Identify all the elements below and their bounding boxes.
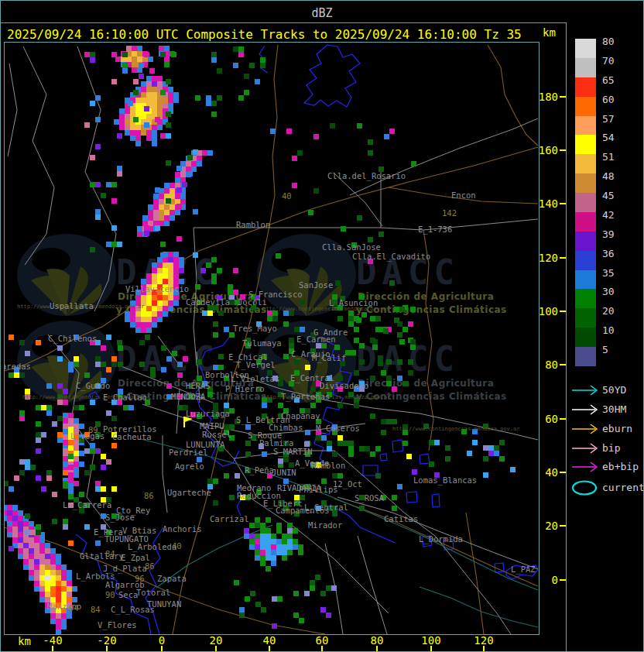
radar-echo-cell [63,462,68,467]
radar-echo-cell [130,108,135,114]
legend-symbol-50YD [571,384,599,396]
radar-echo-cell [9,372,14,378]
radar-echo-cell [402,441,408,446]
radar-echo-cell [106,335,111,340]
radar-echo-cell [211,273,217,279]
radar-echo-cell [321,435,327,441]
map-label: L_Vegas [70,431,104,441]
radar-echo-cell [119,108,125,114]
radar-echo-cell [7,516,12,521]
radar-echo-cell [130,130,135,136]
radar-echo-cell [445,456,450,462]
radar-echo-cell [168,257,173,263]
radar-echo-cell [63,434,68,440]
radar-echo-cell [122,63,128,68]
legend-scale-value: 54 [602,132,625,143]
radar-echo-cell [46,405,52,410]
radar-echo-cell [56,581,61,586]
radar-echo-cell [287,528,293,534]
radar-echo-cell [305,365,310,370]
radar-echo-cell [68,367,74,372]
radar-echo-cell [197,359,202,365]
radar-echo-cell [34,575,39,581]
radar-echo-cell [152,103,157,108]
x-tick-label: -40 [36,634,70,647]
map-line [8,63,17,156]
radar-echo-cell [61,586,67,592]
radar-echo-cell [293,528,298,534]
radar-echo-cell [90,443,95,448]
radar-echo-cell [146,76,152,81]
radar-echo-cell [176,236,182,242]
radar-echo-cell [157,103,163,108]
radar-echo-cell [354,338,359,343]
radar-echo-cell [327,446,332,451]
radar-echo-cell [411,161,416,166]
radar-echo-cell [146,328,152,333]
radar-echo-cell [233,268,238,273]
radar-echo-cell [146,81,152,87]
radar-echo-cell [207,311,213,316]
radar-echo-cell [52,421,57,427]
radar-echo-cell [90,400,95,405]
radar-echo-cell [249,544,255,550]
radar-echo-cell [152,311,157,317]
radar-echo-cell [410,345,416,350]
radar-echo-cell [249,539,255,544]
radar-echo-cell [68,362,74,367]
radar-echo-cell [50,581,56,586]
radar-echo-cell [272,316,278,321]
map-label: Divisadero [320,381,368,390]
radar-echo-cell [271,550,276,555]
radar-echo-cell [115,57,121,62]
radar-echo-cell [173,273,179,279]
map-label: Capdevila [186,297,230,307]
radar-echo-cell [368,237,373,242]
radar-echo-cell [173,252,179,257]
radar-echo-cell [34,548,39,554]
map-label: Perdriel [169,448,208,457]
radar-echo-cell [56,613,61,619]
radar-echo-cell [152,263,157,268]
radar-echo-cell [386,376,392,381]
radar-echo-cell [399,307,405,312]
radar-echo-cell [164,188,170,194]
radar-echo-cell [163,98,168,103]
map-label: HERAS [186,381,211,390]
radar-echo-cell [348,451,354,457]
radar-echo-cell [135,98,141,103]
radar-echo-cell [133,90,139,95]
radar-echo-cell [213,500,218,506]
radar-echo-cell [260,528,265,534]
radar-echo-cell [152,98,157,103]
map-label: Ramblon [236,220,270,229]
legend-symbol-label: eb+bip [602,462,639,472]
legend-scale-value: 65 [602,75,625,86]
radar-echo-cell [57,432,63,438]
radar-echo-cell [397,484,402,489]
radar-echo-cell [175,177,180,183]
current-ellipse-icon [571,479,599,496]
legend-swatch [575,39,596,58]
radar-echo-cell [39,570,45,575]
legend-symbol-bip [571,442,599,455]
radar-echo-cell [326,613,331,618]
30HM-arrow-icon [571,403,599,416]
map-label: L_Dormida [419,534,463,544]
radar-echo-cell [304,441,310,447]
radar-echo-cell [63,418,68,424]
radar-echo-cell [157,81,163,87]
radar-echo-cell [146,322,152,328]
radar-echo-cell [95,209,101,214]
radar-echo-cell [141,317,146,322]
window-title-bar: dBZ [1,1,643,23]
radar-echo-cell [125,108,130,114]
radar-echo-cell [130,317,135,322]
radar-echo-cell [173,279,179,284]
radar-echo-cell [293,591,299,596]
radar-echo-cell [397,332,402,338]
radar-echo-cell [375,316,381,321]
radar-echo-cell [39,581,45,586]
map-line [358,536,387,634]
radar-echo-cell [146,300,152,306]
